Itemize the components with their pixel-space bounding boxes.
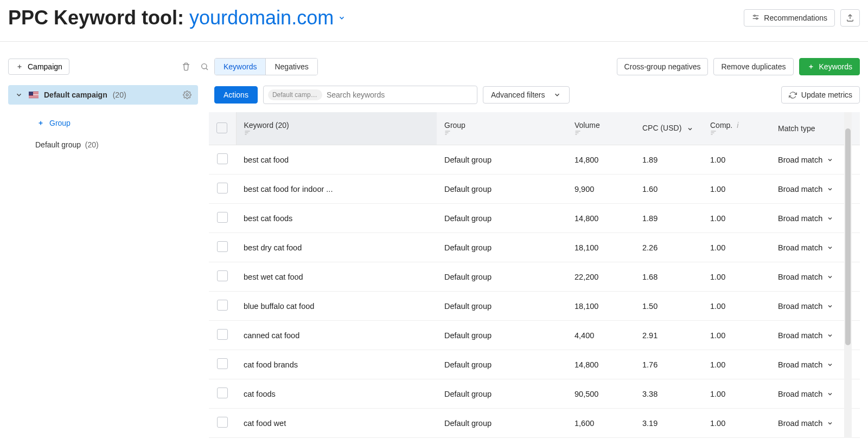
add-keywords-button[interactable]: Keywords: [799, 58, 860, 75]
cell-keyword: canned cat food: [236, 321, 437, 350]
campaign-row[interactable]: Default campaign (20): [8, 85, 198, 105]
column-checkbox: [209, 112, 236, 145]
add-campaign-button[interactable]: Campaign: [8, 59, 69, 75]
match-type-label: Broad match: [778, 214, 822, 223]
add-group-button[interactable]: Group: [8, 112, 198, 135]
tab-negatives[interactable]: Negatives: [265, 59, 317, 75]
domain-dropdown[interactable]: yourdomain.com: [189, 7, 346, 29]
export-button[interactable]: [840, 9, 860, 27]
cell-keyword: best cat food: [236, 145, 437, 175]
cell-group: Default group: [437, 262, 567, 292]
chevron-down-icon: [827, 332, 833, 339]
column-cpc[interactable]: CPC (USD): [635, 112, 703, 145]
recommendations-button[interactable]: Recommendations: [744, 9, 835, 27]
tab-keywords[interactable]: Keywords: [215, 59, 265, 75]
row-checkbox[interactable]: [217, 358, 228, 369]
table-row: best cat food Default group 14,800 1.89 …: [209, 145, 860, 175]
domain-text: yourdomain.com: [189, 7, 334, 29]
column-keyword[interactable]: Keyword (20): [236, 112, 437, 145]
chevron-down-icon: [827, 274, 833, 280]
cross-group-negatives-button[interactable]: Cross-group negatives: [617, 58, 709, 75]
svg-point-10: [186, 94, 188, 96]
vertical-scrollbar[interactable]: [844, 112, 852, 438]
page-title: PPC Keyword tool:: [8, 7, 184, 29]
cell-group: Default group: [437, 292, 567, 321]
sort-icon: [444, 130, 559, 136]
group-name: Default group: [35, 140, 81, 149]
search-keywords-wrap[interactable]: Default campaign: [263, 86, 477, 104]
cell-keyword: cat food brands: [236, 350, 437, 379]
row-checkbox[interactable]: [217, 388, 228, 398]
cell-cpc: 1.60: [635, 175, 703, 204]
cell-group: Default group: [437, 175, 567, 204]
update-metrics-button[interactable]: Update metrics: [781, 86, 860, 104]
plus-icon: [807, 62, 815, 71]
table-row: cat foods Default group 90,500 3.38 1.00…: [209, 379, 860, 409]
row-checkbox[interactable]: [217, 300, 228, 311]
add-keywords-label: Keywords: [819, 62, 852, 71]
cell-keyword: best dry cat food: [236, 233, 437, 262]
update-metrics-label: Update metrics: [801, 91, 852, 99]
cell-group: Default group: [437, 409, 567, 438]
svg-line-7: [206, 68, 208, 70]
gear-icon[interactable]: [183, 91, 192, 99]
select-all-checkbox[interactable]: [216, 122, 227, 133]
column-volume-label: Volume: [575, 121, 600, 130]
cell-keyword: blue buffalo cat food: [236, 292, 437, 321]
cell-keyword: cat foods: [236, 379, 437, 409]
cell-group: Default group: [437, 204, 567, 233]
table-row: cat food brands Default group 14,800 1.7…: [209, 350, 860, 379]
column-comp-label: Comp.: [710, 121, 732, 130]
table-row: canned cat food Default group 4,400 2.91…: [209, 321, 860, 350]
chevron-down-icon: [553, 91, 561, 99]
cell-comp: 1.00: [703, 175, 770, 204]
table-row: best cat foods Default group 14,800 1.89…: [209, 204, 860, 233]
refresh-icon: [789, 91, 797, 99]
row-checkbox[interactable]: [217, 417, 228, 428]
chevron-down-icon: [827, 215, 833, 222]
row-checkbox[interactable]: [217, 270, 228, 281]
cell-comp: 1.00: [703, 204, 770, 233]
column-volume[interactable]: Volume: [567, 112, 635, 145]
row-checkbox[interactable]: [217, 241, 228, 252]
row-checkbox[interactable]: [217, 183, 228, 193]
search-input[interactable]: [327, 88, 473, 101]
row-checkbox[interactable]: [217, 329, 228, 340]
advanced-filters-button[interactable]: Advanced filters: [483, 86, 570, 104]
search-icon[interactable]: [200, 62, 209, 71]
match-type-label: Broad match: [778, 331, 822, 340]
column-group-label: Group: [444, 121, 465, 130]
table-row: best wet cat food Default group 22,200 1…: [209, 262, 860, 292]
filter-chip[interactable]: Default campaign: [268, 89, 322, 100]
us-flag-icon: [29, 92, 39, 98]
match-type-label: Broad match: [778, 302, 822, 311]
cell-comp: 1.00: [703, 350, 770, 379]
cell-cpc: 2.26: [635, 233, 703, 262]
row-checkbox[interactable]: [217, 153, 228, 164]
remove-duplicates-button[interactable]: Remove duplicates: [713, 58, 793, 75]
table-row: best cat food for indoor ... Default gro…: [209, 175, 860, 204]
chevron-down-icon: [827, 420, 833, 427]
chevron-down-icon: [827, 186, 833, 192]
row-checkbox[interactable]: [217, 212, 228, 223]
match-type-label: Broad match: [778, 156, 822, 164]
scrollbar-thumb[interactable]: [845, 128, 851, 345]
cell-cpc: 1.76: [635, 350, 703, 379]
actions-button[interactable]: Actions: [214, 86, 258, 104]
trash-icon[interactable]: [182, 62, 190, 71]
cell-cpc: 1.89: [635, 204, 703, 233]
cell-keyword: best wet cat food: [236, 262, 437, 292]
cell-volume: 9,900: [567, 175, 635, 204]
cell-volume: 22,200: [567, 262, 635, 292]
sidebar-group-item[interactable]: Default group (20): [8, 135, 198, 154]
sort-icon: [575, 130, 627, 136]
plus-icon: [15, 62, 24, 71]
chevron-down-icon: [827, 361, 833, 368]
cell-volume: 14,800: [567, 204, 635, 233]
column-group[interactable]: Group: [437, 112, 567, 145]
column-comp[interactable]: Comp. i: [703, 112, 770, 145]
match-type-label: Broad match: [778, 243, 822, 252]
match-type-label: Broad match: [778, 360, 822, 369]
chevron-down-icon: [686, 125, 694, 133]
chevron-down-icon: [827, 244, 833, 251]
